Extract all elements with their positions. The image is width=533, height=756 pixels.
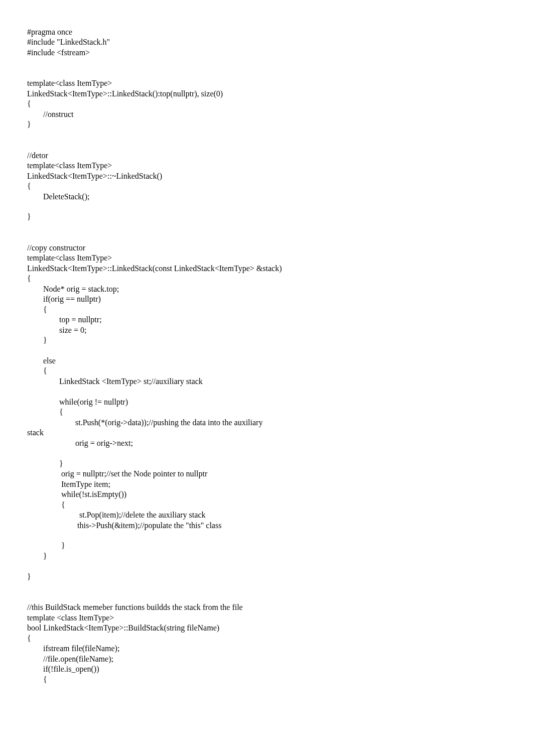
code-block: #pragma once #include "LinkedStack.h" #i… [27,27,506,685]
